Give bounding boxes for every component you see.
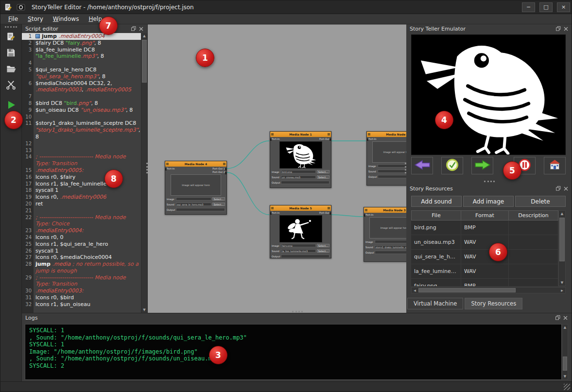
port-in-pin[interactable] [270,138,272,141]
node-row-value[interactable] [375,251,406,254]
logs-output[interactable]: SYSCALL: 1, Sound: "/home/anthony/ostpro… [25,324,562,380]
node-canvas[interactable]: Media Node 4Port-InPort-Out 1Port-Out 2I… [148,24,406,313]
port-out-pin[interactable] [329,212,331,215]
port-out-pin[interactable] [329,138,331,141]
media-node[interactable]: Media Node 1Port-InPort-OutImagebird.png… [270,131,331,188]
table-row[interactable]: qui_sera_le_h…WAV [411,250,558,264]
table-row[interactable]: bird.pngBMP [411,221,558,235]
node-row-value[interactable]: un_oiseau.mp3 [281,175,316,179]
tab-virtual-machine[interactable]: Virtual Machine [407,298,463,309]
port-in-pin[interactable] [366,138,368,141]
table-horizontal-scrollbar[interactable]: ◀ ▶ [411,287,566,293]
float-panel-icon[interactable] [555,186,561,191]
toolbar-grip[interactable] [5,26,17,28]
scroll-down-icon[interactable]: ▼ [141,307,147,313]
scroll-right-icon[interactable]: ▶ [559,288,565,293]
open-button[interactable] [4,63,18,76]
home-button[interactable] [544,157,566,174]
scrollbar-thumb[interactable] [559,218,565,261]
select-button[interactable]: Select... [212,197,225,201]
menu-item-windows[interactable]: Windows [48,15,84,23]
node-title[interactable]: Media Node 2 [367,132,406,137]
table-row[interactable]: fairy.pngBMP [411,279,558,286]
node-row-value[interactable]: fairy.png [281,244,316,247]
splitter-emulator-resources[interactable] [484,181,495,182]
title-bar[interactable]: StoryTeller Editor - /home/anthony/ostpr… [0,0,572,14]
node-title[interactable]: Media Node 5 [270,205,331,211]
menu-item-file[interactable]: File [3,15,23,23]
new-script-button[interactable] [4,31,18,44]
select-button[interactable]: Select... [317,249,329,253]
resize-grip[interactable] [564,384,570,390]
scroll-up-icon[interactable]: ▲ [141,33,147,39]
scroll-up-icon[interactable]: ▲ [562,324,568,330]
port-out-pin[interactable] [225,172,227,174]
node-row-value[interactable] [378,175,406,178]
column-header[interactable]: File [411,210,461,221]
column-header[interactable]: Description [509,210,558,221]
node-row-value[interactable] [378,164,406,168]
media-node[interactable]: Media Node 3Port-InImage will appear her… [364,207,406,262]
maximize-button[interactable]: □ [539,2,553,12]
close-button[interactable]: × [557,2,570,12]
table-vertical-scrollbar[interactable]: ▲ ▼ [558,210,566,286]
table-row[interactable]: un_oiseau.mp3WAV [411,235,558,250]
node-row-value[interactable] [176,197,211,201]
select-button[interactable]: Select... [317,244,329,247]
scrollbar-thumb[interactable] [563,357,567,371]
add-sound-button[interactable]: Add sound [411,196,462,207]
resources-table[interactable]: FileFormatDescription bird.pngBMPun_oise… [411,210,558,286]
accept-button[interactable] [441,157,463,174]
select-button[interactable]: Select... [317,175,329,179]
node-title[interactable]: Media Node 3 [364,207,406,213]
node-row-value[interactable] [281,255,329,258]
cut-button[interactable] [4,79,18,92]
logs-scrollbar[interactable]: ▲ ▼ [562,324,568,380]
back-button[interactable] [411,157,433,174]
scrollbar-thumb[interactable] [418,288,516,292]
float-panel-icon[interactable] [555,26,561,32]
delete-button[interactable]: Delete [515,196,566,207]
node-row-value[interactable] [281,181,329,184]
add-image-button[interactable]: Add image [463,196,514,207]
table-row[interactable]: la_fee_lumine…WAV [411,264,558,279]
scroll-up-icon[interactable]: ▲ [559,211,565,217]
port-in-pin[interactable] [165,168,167,170]
node-title[interactable]: Media Node 1 [270,132,331,137]
close-panel-icon[interactable] [563,26,569,32]
node-row-value[interactable]: story1_drako_luminelle_sceptre.mp3 [375,245,406,249]
media-node[interactable]: Media Node 4Port-InPort-Out 1Port-Out 2I… [165,161,227,215]
next-button[interactable] [471,157,493,174]
save-button[interactable] [4,47,18,60]
close-panel-icon[interactable] [563,186,569,191]
scroll-down-icon[interactable]: ▼ [562,374,568,379]
port-in-pin[interactable] [270,212,272,215]
node-row-value[interactable]: qui_sera_le_hero.mp3 [176,203,211,206]
select-button[interactable]: Select... [212,203,225,206]
media-node[interactable]: Media Node 2Port-InImage will appear her… [366,131,406,186]
splitter-script-canvas[interactable] [146,163,148,173]
node-row-value[interactable]: bird.png [281,170,316,173]
select-button[interactable]: Select... [317,170,329,173]
splitter-canvas-right[interactable] [405,163,406,173]
port-in-pin[interactable] [364,214,365,217]
menu-item-story[interactable]: Story [23,15,48,23]
node-row-value[interactable] [176,208,225,211]
node-title[interactable]: Media Node 4 [165,161,226,167]
minimize-button[interactable]: − [522,2,535,12]
float-panel-icon[interactable] [555,315,560,321]
scroll-left-icon[interactable]: ◀ [412,288,418,293]
scroll-down-icon[interactable]: ▼ [559,280,565,286]
node-row-value[interactable] [375,240,406,243]
tab-story-resources[interactable]: Story Resources [465,298,522,309]
media-node[interactable]: Media Node 5Port-InPort-OutImagefairy.pn… [270,205,331,258]
node-row-value[interactable]: la_fee_luminelle.mp3 [281,249,316,253]
node-row-value[interactable] [378,170,406,173]
close-panel-icon[interactable] [139,26,144,32]
splitter-canvas-logs[interactable] [292,311,303,312]
column-header[interactable]: Format [461,210,509,221]
script-editor-content[interactable]: 1jump .mediaEntry00042$fairy DC8 "fairy.… [22,33,141,313]
close-panel-icon[interactable] [563,315,568,321]
port-out-pin[interactable] [225,168,227,170]
float-panel-icon[interactable] [131,26,136,32]
